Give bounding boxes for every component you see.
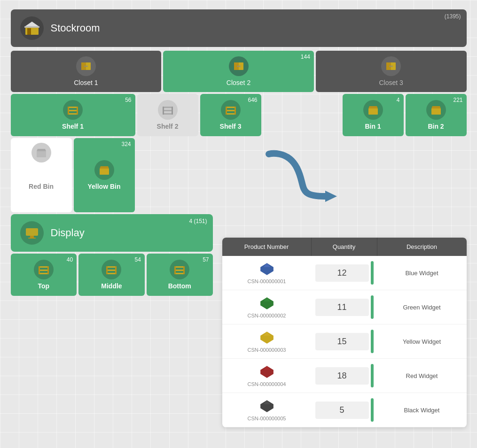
closet-3-label: Closet 3: [379, 79, 403, 86]
bin-2-icon: [426, 100, 446, 120]
main-container: (1395) Stockroom Clos: [11, 9, 467, 427]
desc-cell-5: Black Widget: [377, 393, 467, 427]
red-bin-label: Red Bin: [23, 165, 59, 208]
svg-rect-19: [68, 113, 78, 115]
svg-rect-53: [174, 266, 176, 274]
shelf-3-label: Shelf 3: [220, 123, 242, 130]
svg-rect-34: [37, 151, 46, 157]
bottom-shelf-badge: 57: [203, 256, 209, 263]
top-shelf-badge: 40: [67, 256, 73, 263]
qty-bar-3: [371, 330, 374, 353]
bottom-shelf-icon: [170, 260, 189, 279]
bin-1-badge: 4: [397, 97, 400, 103]
product-cell-2: CSN-000000002: [222, 290, 312, 324]
desc-cell-1: Blue Widget: [377, 256, 467, 290]
qty-value-2: 11: [315, 299, 369, 316]
svg-rect-28: [226, 110, 236, 111]
svg-rect-46: [106, 270, 117, 271]
closet-3-card[interactable]: Closet 3: [316, 51, 467, 92]
red-bin-card[interactable]: Red Bin: [11, 138, 72, 212]
closet-2-card[interactable]: 144 Closet 2: [163, 51, 314, 92]
product-table: Product Number Quantity Description CSN-…: [222, 238, 467, 427]
svg-rect-17: [68, 107, 78, 108]
stockroom-badge: (1395): [445, 13, 461, 20]
svg-rect-27: [226, 107, 236, 108]
desc-cell-4: Red Widget: [377, 359, 467, 393]
svg-rect-29: [226, 113, 236, 115]
svg-rect-41: [39, 270, 49, 271]
gem-icon-1: [259, 262, 274, 277]
header-description: Description: [377, 238, 467, 256]
qty-cell-2: 11: [312, 290, 377, 324]
svg-rect-18: [68, 110, 78, 111]
middle-shelf-card[interactable]: 54 Middle: [78, 254, 145, 296]
bin-2-card[interactable]: 221 Bin 2: [406, 94, 467, 136]
svg-rect-33: [431, 108, 441, 115]
bin-1-card[interactable]: 4 Bin 1: [343, 94, 404, 136]
closet-2-label: Closet 2: [227, 79, 250, 86]
closet-1-label: Closet 1: [74, 79, 98, 86]
display-title: Display: [51, 227, 85, 239]
bin-1-icon: [363, 100, 383, 120]
yellow-bin-card[interactable]: 324 Yellow Bin: [74, 138, 135, 212]
product-cell-5: CSN-000000005: [222, 393, 312, 427]
svg-rect-30: [226, 107, 227, 115]
gem-icon-4: [259, 364, 274, 379]
svg-rect-32: [368, 108, 378, 115]
bin-2-label: Bin 2: [428, 123, 444, 130]
closet-row: Closet 1 144 Closet 2: [11, 51, 467, 92]
product-cell-1: CSN-000000001: [222, 256, 312, 290]
top-shelf-label: Top: [38, 282, 50, 290]
svg-rect-43: [39, 266, 40, 274]
svg-rect-42: [39, 273, 49, 274]
bins-left-row: Red Bin 324 Yellow Bin: [11, 138, 467, 212]
gem-icon-3: [259, 330, 274, 345]
yellow-bin-badge: 324: [121, 141, 131, 147]
bottom-layout: 4 (151) Display 40: [11, 214, 467, 427]
shelf-2-icon: [158, 100, 178, 120]
middle-shelf-label: Middle: [101, 282, 122, 290]
closet-1-card[interactable]: Closet 1: [11, 51, 162, 92]
shelf-2-card[interactable]: Shelf 2: [137, 94, 198, 136]
table-row[interactable]: CSN-000000005 5 Black Widget: [222, 393, 467, 427]
shelves-row: 56 Shelf 1: [11, 94, 467, 136]
svg-rect-21: [77, 107, 78, 115]
svg-rect-52: [174, 273, 185, 274]
table-row[interactable]: CSN-000000002 11 Green Widget: [222, 290, 467, 324]
display-sub-row: 40 Top 54: [11, 254, 213, 296]
spacer: [263, 94, 341, 136]
bin-2-badge: 221: [453, 97, 462, 103]
gem-icon-2: [259, 296, 274, 311]
svg-point-16: [391, 66, 393, 67]
shelf-1-card[interactable]: 56 Shelf 1: [11, 94, 135, 136]
closet-2-icon: [229, 56, 249, 76]
svg-point-15: [390, 66, 391, 67]
bottom-shelf-card[interactable]: 57 Bottom: [147, 254, 213, 296]
svg-point-8: [86, 66, 87, 67]
svg-rect-31: [235, 107, 236, 115]
svg-rect-44: [47, 266, 49, 274]
shelf-3-card[interactable]: 646 Shelf 3: [200, 94, 261, 136]
svg-rect-39: [28, 238, 36, 239]
table-row[interactable]: CSN-000000001 12 Blue Widget: [222, 256, 467, 290]
svg-rect-25: [163, 107, 164, 115]
top-shelf-card[interactable]: 40 Top: [11, 254, 77, 296]
yellow-bin-label: Yellow Bin: [87, 183, 120, 190]
closet-2-badge: 144: [301, 54, 310, 60]
shelf-3-icon: [221, 100, 241, 120]
desc-cell-2: Green Widget: [377, 290, 467, 324]
bin-1-label: Bin 1: [365, 123, 381, 130]
table-row[interactable]: CSN-000000004 18 Red Widget: [222, 359, 467, 393]
svg-rect-35: [100, 169, 109, 175]
qty-value-3: 15: [315, 333, 369, 350]
shelf-1-label: Shelf 1: [62, 123, 84, 130]
qty-cell-5: 5: [312, 393, 377, 427]
svg-rect-2: [33, 28, 37, 33]
product-num-3: CSN-000000003: [248, 347, 286, 353]
stockroom-header[interactable]: (1395) Stockroom: [11, 9, 467, 47]
product-num-4: CSN-000000004: [248, 381, 286, 387]
display-icon: [20, 221, 44, 245]
display-header[interactable]: 4 (151) Display: [11, 214, 213, 252]
qty-bar-4: [371, 364, 374, 387]
table-row[interactable]: CSN-000000003 15 Yellow Widget: [222, 324, 467, 359]
